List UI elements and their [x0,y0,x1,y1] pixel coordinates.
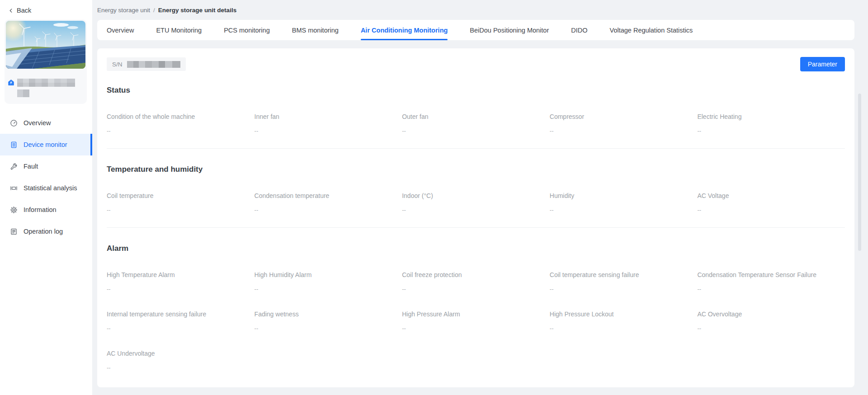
sidebar-item-label: Device monitor [24,141,67,148]
field-value: -- [402,207,550,213]
back-label: Back [17,7,31,14]
log-icon [10,228,18,235]
back-button[interactable]: Back [0,0,92,14]
tab-etu-monitoring[interactable]: ETU Monitoring [156,20,202,40]
field-value: -- [107,325,255,332]
field-value: -- [255,325,402,332]
field-inner-fan: Inner fan-- [255,113,402,134]
field-value: -- [550,325,698,332]
field-ac-overvoltage: AC Overvoltage-- [697,310,845,332]
field-label: Condensation temperature [255,192,402,199]
field-value: -- [107,127,255,134]
tab-overview[interactable]: Overview [107,20,134,40]
field-value: -- [402,286,550,292]
field-value: -- [697,127,845,134]
parameter-button[interactable]: Parameter [800,57,845,71]
sidebar-item-label: Statistical analysis [24,184,77,192]
field-value: -- [697,286,845,292]
field-internal-temperature-sensing-failure: Internal temperature sensing failure-- [107,310,255,332]
field-label: Electric Heating [697,113,845,120]
toolbar: S/N Parameter [107,48,845,71]
field-label: High Pressure Alarm [402,310,550,318]
field-humidity: Humidity-- [550,192,698,213]
field-coil-freeze-protection: Coil freeze protection-- [402,271,550,292]
tab-bms-monitoring[interactable]: BMS monitoring [292,20,339,40]
site-name-line1-redacted [17,79,75,87]
field-value: -- [255,207,402,213]
serial-number-value-redacted [127,61,180,68]
field-label: Humidity [550,192,698,199]
field-high-temperature-alarm: High Temperature Alarm-- [107,271,255,292]
field-value: -- [107,207,255,213]
field-ac-voltage: AC Voltage-- [697,192,845,213]
field-value: -- [255,286,402,292]
sidebar-item-fault[interactable]: Fault [0,155,92,177]
field-label: Outer fan [402,113,550,120]
site-photo [6,21,85,69]
sidebar-item-statistical-analysis[interactable]: Statistical analysis [0,177,92,199]
breadcrumb-parent[interactable]: Energy storage unit [97,7,150,14]
field-value: -- [550,286,698,292]
section-divider [107,227,845,228]
field-label: Coil temperature [107,192,255,199]
field-high-pressure-alarm: High Pressure Alarm-- [402,310,550,332]
field-label: Condensation Temperature Sensor Failure [697,271,845,278]
field-label: AC Voltage [697,192,845,199]
section-alarm: AlarmHigh Temperature Alarm--High Humidi… [107,244,845,371]
wrench-icon [10,163,18,170]
section-status: StatusCondition of the whole machine--In… [107,86,845,134]
field-label: Internal temperature sensing failure [107,310,255,318]
section-title: Alarm [107,244,845,253]
fields-grid: Coil temperature--Condensation temperatu… [107,192,845,213]
app-window: Back [0,0,868,395]
content-card: S/N Parameter StatusCondition of the who… [97,48,854,387]
section-temperature-and-humidity: Temperature and humidityCoil temperature… [107,165,845,213]
field-label: AC Overvoltage [697,310,845,318]
field-ac-undervoltage: AC Undervoltage-- [107,350,255,371]
chevron-left-icon [9,8,14,13]
sidebar-item-label: Information [24,206,57,213]
field-label: High Temperature Alarm [107,271,255,278]
sections: StatusCondition of the whole machine--In… [107,86,845,371]
tab-air-conditioning-monitoring[interactable]: Air Conditioning Monitoring [361,20,448,40]
device-monitor-icon [10,141,18,149]
tab-voltage-regulation-statistics[interactable]: Voltage Regulation Statistics [610,20,693,40]
sidebar-item-label: Fault [24,163,38,170]
tab-bar: OverviewETU MonitoringPCS monitoringBMS … [97,20,854,40]
field-indoor-c: Indoor (°C)-- [402,192,550,213]
stats-icon [10,184,18,192]
section-divider [107,148,845,149]
sidebar-item-label: Overview [24,119,51,127]
field-value: -- [402,127,550,134]
field-outer-fan: Outer fan-- [402,113,550,134]
field-condensation-temperature-sensor-failure: Condensation Temperature Sensor Failure-… [697,271,845,292]
sidebar: Back [0,0,92,395]
tab-beidou-positioning-monitor[interactable]: BeiDou Positioning Monitor [470,20,549,40]
sidebar-item-overview[interactable]: Overview [0,112,92,134]
field-condensation-temperature: Condensation temperature-- [255,192,402,213]
field-compressor: Compressor-- [550,113,698,134]
field-label: High Humidity Alarm [255,271,402,278]
field-label: Inner fan [255,113,402,120]
sidebar-item-information[interactable]: Information [0,199,92,221]
site-card [5,19,87,104]
tab-dido[interactable]: DIDO [571,20,587,40]
field-label: Condition of the whole machine [107,113,255,120]
sidebar-item-operation-log[interactable]: Operation log [0,221,92,242]
fields-grid: Condition of the whole machine--Inner fa… [107,113,845,134]
scrollbar-thumb[interactable] [858,94,861,251]
field-value: -- [402,325,550,332]
breadcrumb-current: Energy storage unit details [158,7,236,14]
field-value: -- [107,364,255,371]
field-label: High Pressure Lockout [550,310,698,318]
field-label: Fading wetness [255,310,402,318]
tab-pcs-monitoring[interactable]: PCS monitoring [224,20,270,40]
field-value: -- [697,325,845,332]
field-value: -- [697,207,845,213]
sidebar-item-device-monitor[interactable]: Device monitor [0,134,92,155]
field-label: Coil freeze protection [402,271,550,278]
gear-icon [10,206,18,214]
field-label: AC Undervoltage [107,350,255,357]
main-area: Energy storage unit / Energy storage uni… [92,0,868,395]
serial-number-chip: S/N [107,57,186,71]
